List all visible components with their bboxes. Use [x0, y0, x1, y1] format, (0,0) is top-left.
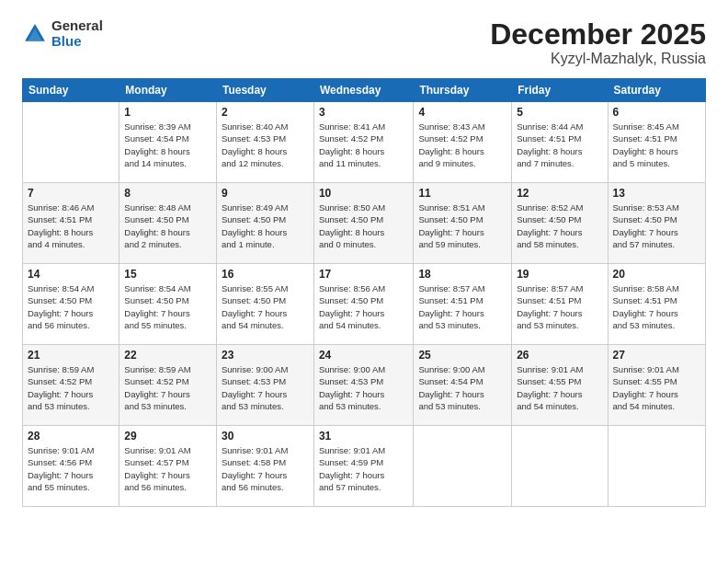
day-number: 1: [124, 106, 211, 119]
day-info: Sunrise: 9:01 AM Sunset: 4:55 PM Dayligh…: [517, 363, 602, 412]
day-info: Sunrise: 8:56 AM Sunset: 4:50 PM Dayligh…: [319, 282, 408, 331]
header: General Blue December 2025 Kyzyl-Mazhaly…: [22, 18, 706, 67]
day-info: Sunrise: 8:39 AM Sunset: 4:54 PM Dayligh…: [124, 121, 211, 169]
calendar-week-row: 28Sunrise: 9:01 AM Sunset: 4:56 PM Dayli…: [23, 426, 706, 507]
day-number: 16: [222, 268, 309, 281]
day-info: Sunrise: 9:01 AM Sunset: 4:55 PM Dayligh…: [613, 363, 700, 412]
day-info: Sunrise: 8:43 AM Sunset: 4:52 PM Dayligh…: [418, 121, 506, 169]
day-info: Sunrise: 8:51 AM Sunset: 4:50 PM Dayligh…: [418, 201, 506, 250]
logo-text: General Blue: [51, 18, 103, 49]
location-title: Kyzyl-Mazhalyk, Russia: [490, 51, 706, 67]
day-number: 25: [418, 349, 506, 362]
calendar-cell: 23Sunrise: 9:00 AM Sunset: 4:53 PM Dayli…: [216, 345, 313, 426]
day-info: Sunrise: 9:00 AM Sunset: 4:53 PM Dayligh…: [222, 363, 309, 412]
day-number: 17: [319, 268, 408, 281]
day-number: 23: [222, 349, 309, 362]
day-info: Sunrise: 8:40 AM Sunset: 4:53 PM Dayligh…: [222, 121, 309, 169]
day-info: Sunrise: 8:55 AM Sunset: 4:50 PM Dayligh…: [222, 282, 309, 331]
calendar-cell: 26Sunrise: 9:01 AM Sunset: 4:55 PM Dayli…: [512, 345, 608, 426]
calendar-cell: 30Sunrise: 9:01 AM Sunset: 4:58 PM Dayli…: [216, 426, 313, 507]
day-info: Sunrise: 9:01 AM Sunset: 4:58 PM Dayligh…: [222, 444, 309, 493]
calendar-cell: 25Sunrise: 9:00 AM Sunset: 4:54 PM Dayli…: [414, 345, 512, 426]
calendar-cell: 10Sunrise: 8:50 AM Sunset: 4:50 PM Dayli…: [313, 183, 413, 264]
col-header-monday: Monday: [119, 79, 217, 102]
calendar-table: SundayMondayTuesdayWednesdayThursdayFrid…: [22, 78, 706, 507]
day-number: 21: [28, 349, 114, 362]
day-info: Sunrise: 9:01 AM Sunset: 4:56 PM Dayligh…: [28, 444, 114, 493]
calendar-cell: 20Sunrise: 8:58 AM Sunset: 4:51 PM Dayli…: [608, 264, 705, 345]
calendar-week-row: 1Sunrise: 8:39 AM Sunset: 4:54 PM Daylig…: [23, 102, 706, 183]
calendar-cell: 27Sunrise: 9:01 AM Sunset: 4:55 PM Dayli…: [608, 345, 705, 426]
day-info: Sunrise: 8:54 AM Sunset: 4:50 PM Dayligh…: [124, 282, 211, 331]
day-info: Sunrise: 8:50 AM Sunset: 4:50 PM Dayligh…: [319, 201, 408, 250]
day-info: Sunrise: 8:48 AM Sunset: 4:50 PM Dayligh…: [124, 201, 211, 250]
day-number: 19: [517, 268, 602, 281]
day-number: 20: [613, 268, 700, 281]
day-number: 7: [28, 187, 114, 200]
day-number: 15: [124, 268, 211, 281]
calendar-header-row: SundayMondayTuesdayWednesdayThursdayFrid…: [23, 79, 706, 102]
calendar-cell: 21Sunrise: 8:59 AM Sunset: 4:52 PM Dayli…: [23, 345, 119, 426]
day-info: Sunrise: 8:46 AM Sunset: 4:51 PM Dayligh…: [28, 201, 114, 250]
calendar-cell: 4Sunrise: 8:43 AM Sunset: 4:52 PM Daylig…: [414, 102, 512, 183]
calendar-cell: 8Sunrise: 8:48 AM Sunset: 4:50 PM Daylig…: [119, 183, 217, 264]
day-info: Sunrise: 8:52 AM Sunset: 4:50 PM Dayligh…: [517, 201, 602, 250]
col-header-sunday: Sunday: [23, 79, 119, 102]
day-number: 14: [28, 268, 114, 281]
day-info: Sunrise: 8:44 AM Sunset: 4:51 PM Dayligh…: [517, 121, 602, 169]
day-info: Sunrise: 8:53 AM Sunset: 4:50 PM Dayligh…: [613, 201, 700, 250]
calendar-cell: 7Sunrise: 8:46 AM Sunset: 4:51 PM Daylig…: [23, 183, 119, 264]
calendar-cell: 9Sunrise: 8:49 AM Sunset: 4:50 PM Daylig…: [216, 183, 313, 264]
day-info: Sunrise: 8:54 AM Sunset: 4:50 PM Dayligh…: [28, 282, 114, 331]
day-info: Sunrise: 8:57 AM Sunset: 4:51 PM Dayligh…: [418, 282, 506, 331]
calendar-cell: 31Sunrise: 9:01 AM Sunset: 4:59 PM Dayli…: [313, 426, 413, 507]
day-number: 2: [222, 106, 309, 119]
day-info: Sunrise: 9:01 AM Sunset: 4:59 PM Dayligh…: [319, 444, 408, 493]
day-number: 27: [613, 349, 700, 362]
day-info: Sunrise: 9:01 AM Sunset: 4:57 PM Dayligh…: [124, 444, 211, 493]
calendar-week-row: 14Sunrise: 8:54 AM Sunset: 4:50 PM Dayli…: [23, 264, 706, 345]
logo-icon: [22, 21, 48, 47]
day-number: 5: [517, 106, 602, 119]
day-number: 8: [124, 187, 211, 200]
day-number: 4: [418, 106, 506, 119]
day-number: 12: [517, 187, 602, 200]
calendar-cell: 5Sunrise: 8:44 AM Sunset: 4:51 PM Daylig…: [512, 102, 608, 183]
calendar-cell: 24Sunrise: 9:00 AM Sunset: 4:53 PM Dayli…: [313, 345, 413, 426]
calendar-cell: 29Sunrise: 9:01 AM Sunset: 4:57 PM Dayli…: [119, 426, 217, 507]
calendar-cell: 6Sunrise: 8:45 AM Sunset: 4:51 PM Daylig…: [608, 102, 705, 183]
calendar-cell: 19Sunrise: 8:57 AM Sunset: 4:51 PM Dayli…: [512, 264, 608, 345]
day-number: 13: [613, 187, 700, 200]
day-info: Sunrise: 8:59 AM Sunset: 4:52 PM Dayligh…: [124, 363, 211, 412]
calendar-cell: 15Sunrise: 8:54 AM Sunset: 4:50 PM Dayli…: [119, 264, 217, 345]
calendar-cell: 17Sunrise: 8:56 AM Sunset: 4:50 PM Dayli…: [313, 264, 413, 345]
day-info: Sunrise: 9:00 AM Sunset: 4:54 PM Dayligh…: [418, 363, 506, 412]
calendar-cell: 22Sunrise: 8:59 AM Sunset: 4:52 PM Dayli…: [119, 345, 217, 426]
calendar-cell: 2Sunrise: 8:40 AM Sunset: 4:53 PM Daylig…: [216, 102, 313, 183]
calendar-week-row: 7Sunrise: 8:46 AM Sunset: 4:51 PM Daylig…: [23, 183, 706, 264]
col-header-friday: Friday: [512, 79, 608, 102]
logo-blue-label: Blue: [51, 34, 103, 50]
col-header-saturday: Saturday: [608, 79, 705, 102]
day-number: 22: [124, 349, 211, 362]
calendar-cell: [414, 426, 512, 507]
month-title: December 2025: [490, 18, 706, 51]
calendar-cell: [23, 102, 119, 183]
col-header-wednesday: Wednesday: [313, 79, 413, 102]
calendar-cell: 11Sunrise: 8:51 AM Sunset: 4:50 PM Dayli…: [414, 183, 512, 264]
day-info: Sunrise: 9:00 AM Sunset: 4:53 PM Dayligh…: [319, 363, 408, 412]
day-info: Sunrise: 8:59 AM Sunset: 4:52 PM Dayligh…: [28, 363, 114, 412]
day-info: Sunrise: 8:57 AM Sunset: 4:51 PM Dayligh…: [517, 282, 602, 331]
day-number: 6: [613, 106, 700, 119]
calendar-week-row: 21Sunrise: 8:59 AM Sunset: 4:52 PM Dayli…: [23, 345, 706, 426]
col-header-tuesday: Tuesday: [216, 79, 313, 102]
calendar-cell: [608, 426, 705, 507]
logo: General Blue: [22, 18, 103, 49]
page: General Blue December 2025 Kyzyl-Mazhaly…: [0, 0, 728, 563]
day-info: Sunrise: 8:58 AM Sunset: 4:51 PM Dayligh…: [613, 282, 700, 331]
calendar-cell: [512, 426, 608, 507]
day-number: 3: [319, 106, 408, 119]
day-number: 11: [418, 187, 506, 200]
calendar-cell: 16Sunrise: 8:55 AM Sunset: 4:50 PM Dayli…: [216, 264, 313, 345]
day-number: 18: [418, 268, 506, 281]
